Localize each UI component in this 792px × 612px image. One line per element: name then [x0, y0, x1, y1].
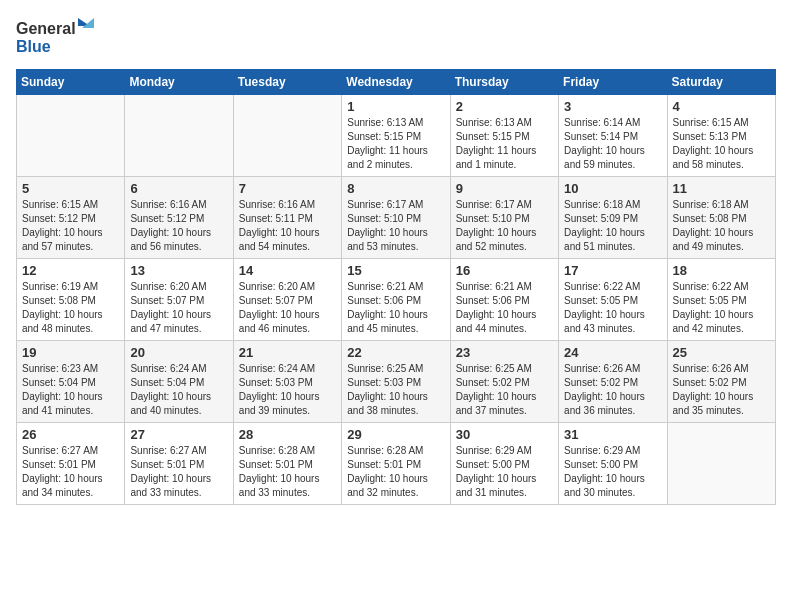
- calendar-day-8: 8Sunrise: 6:17 AM Sunset: 5:10 PM Daylig…: [342, 177, 450, 259]
- calendar-day-13: 13Sunrise: 6:20 AM Sunset: 5:07 PM Dayli…: [125, 259, 233, 341]
- logo: GeneralBlue: [16, 16, 96, 61]
- svg-text:Blue: Blue: [16, 38, 51, 55]
- calendar-day-18: 18Sunrise: 6:22 AM Sunset: 5:05 PM Dayli…: [667, 259, 775, 341]
- calendar-day-4: 4Sunrise: 6:15 AM Sunset: 5:13 PM Daylig…: [667, 95, 775, 177]
- day-info-30: Sunrise: 6:29 AM Sunset: 5:00 PM Dayligh…: [456, 444, 553, 500]
- day-info-29: Sunrise: 6:28 AM Sunset: 5:01 PM Dayligh…: [347, 444, 444, 500]
- day-info-23: Sunrise: 6:25 AM Sunset: 5:02 PM Dayligh…: [456, 362, 553, 418]
- day-number-23: 23: [456, 345, 553, 360]
- day-info-14: Sunrise: 6:20 AM Sunset: 5:07 PM Dayligh…: [239, 280, 336, 336]
- day-number-17: 17: [564, 263, 661, 278]
- day-info-27: Sunrise: 6:27 AM Sunset: 5:01 PM Dayligh…: [130, 444, 227, 500]
- empty-day-cell: [667, 423, 775, 505]
- calendar-day-31: 31Sunrise: 6:29 AM Sunset: 5:00 PM Dayli…: [559, 423, 667, 505]
- day-number-7: 7: [239, 181, 336, 196]
- day-info-3: Sunrise: 6:14 AM Sunset: 5:14 PM Dayligh…: [564, 116, 661, 172]
- calendar-day-22: 22Sunrise: 6:25 AM Sunset: 5:03 PM Dayli…: [342, 341, 450, 423]
- day-info-18: Sunrise: 6:22 AM Sunset: 5:05 PM Dayligh…: [673, 280, 770, 336]
- day-number-1: 1: [347, 99, 444, 114]
- day-number-9: 9: [456, 181, 553, 196]
- calendar-day-15: 15Sunrise: 6:21 AM Sunset: 5:06 PM Dayli…: [342, 259, 450, 341]
- day-number-22: 22: [347, 345, 444, 360]
- calendar-day-27: 27Sunrise: 6:27 AM Sunset: 5:01 PM Dayli…: [125, 423, 233, 505]
- calendar-day-28: 28Sunrise: 6:28 AM Sunset: 5:01 PM Dayli…: [233, 423, 341, 505]
- day-info-16: Sunrise: 6:21 AM Sunset: 5:06 PM Dayligh…: [456, 280, 553, 336]
- empty-day-cell: [17, 95, 125, 177]
- day-number-6: 6: [130, 181, 227, 196]
- calendar-day-23: 23Sunrise: 6:25 AM Sunset: 5:02 PM Dayli…: [450, 341, 558, 423]
- calendar-day-1: 1Sunrise: 6:13 AM Sunset: 5:15 PM Daylig…: [342, 95, 450, 177]
- day-info-21: Sunrise: 6:24 AM Sunset: 5:03 PM Dayligh…: [239, 362, 336, 418]
- calendar-day-29: 29Sunrise: 6:28 AM Sunset: 5:01 PM Dayli…: [342, 423, 450, 505]
- day-info-17: Sunrise: 6:22 AM Sunset: 5:05 PM Dayligh…: [564, 280, 661, 336]
- empty-day-cell: [125, 95, 233, 177]
- calendar-day-14: 14Sunrise: 6:20 AM Sunset: 5:07 PM Dayli…: [233, 259, 341, 341]
- day-number-10: 10: [564, 181, 661, 196]
- day-info-22: Sunrise: 6:25 AM Sunset: 5:03 PM Dayligh…: [347, 362, 444, 418]
- day-info-7: Sunrise: 6:16 AM Sunset: 5:11 PM Dayligh…: [239, 198, 336, 254]
- day-number-27: 27: [130, 427, 227, 442]
- calendar-day-3: 3Sunrise: 6:14 AM Sunset: 5:14 PM Daylig…: [559, 95, 667, 177]
- calendar-day-9: 9Sunrise: 6:17 AM Sunset: 5:10 PM Daylig…: [450, 177, 558, 259]
- header-day-wednesday: Wednesday: [342, 70, 450, 95]
- days-header-row: SundayMondayTuesdayWednesdayThursdayFrid…: [17, 70, 776, 95]
- calendar-day-21: 21Sunrise: 6:24 AM Sunset: 5:03 PM Dayli…: [233, 341, 341, 423]
- generalblue-logo-svg: GeneralBlue: [16, 16, 96, 61]
- day-number-14: 14: [239, 263, 336, 278]
- day-number-28: 28: [239, 427, 336, 442]
- day-info-13: Sunrise: 6:20 AM Sunset: 5:07 PM Dayligh…: [130, 280, 227, 336]
- day-number-25: 25: [673, 345, 770, 360]
- calendar-day-30: 30Sunrise: 6:29 AM Sunset: 5:00 PM Dayli…: [450, 423, 558, 505]
- page-header: GeneralBlue: [16, 16, 776, 61]
- header-day-monday: Monday: [125, 70, 233, 95]
- day-info-5: Sunrise: 6:15 AM Sunset: 5:12 PM Dayligh…: [22, 198, 119, 254]
- day-number-3: 3: [564, 99, 661, 114]
- calendar-day-11: 11Sunrise: 6:18 AM Sunset: 5:08 PM Dayli…: [667, 177, 775, 259]
- calendar-table: SundayMondayTuesdayWednesdayThursdayFrid…: [16, 69, 776, 505]
- calendar-week-1: 1Sunrise: 6:13 AM Sunset: 5:15 PM Daylig…: [17, 95, 776, 177]
- day-info-8: Sunrise: 6:17 AM Sunset: 5:10 PM Dayligh…: [347, 198, 444, 254]
- day-number-15: 15: [347, 263, 444, 278]
- day-info-25: Sunrise: 6:26 AM Sunset: 5:02 PM Dayligh…: [673, 362, 770, 418]
- day-info-31: Sunrise: 6:29 AM Sunset: 5:00 PM Dayligh…: [564, 444, 661, 500]
- day-number-26: 26: [22, 427, 119, 442]
- day-info-28: Sunrise: 6:28 AM Sunset: 5:01 PM Dayligh…: [239, 444, 336, 500]
- day-number-4: 4: [673, 99, 770, 114]
- day-number-19: 19: [22, 345, 119, 360]
- day-info-10: Sunrise: 6:18 AM Sunset: 5:09 PM Dayligh…: [564, 198, 661, 254]
- calendar-day-17: 17Sunrise: 6:22 AM Sunset: 5:05 PM Dayli…: [559, 259, 667, 341]
- calendar-day-7: 7Sunrise: 6:16 AM Sunset: 5:11 PM Daylig…: [233, 177, 341, 259]
- calendar-day-5: 5Sunrise: 6:15 AM Sunset: 5:12 PM Daylig…: [17, 177, 125, 259]
- header-day-sunday: Sunday: [17, 70, 125, 95]
- day-info-4: Sunrise: 6:15 AM Sunset: 5:13 PM Dayligh…: [673, 116, 770, 172]
- day-number-31: 31: [564, 427, 661, 442]
- day-number-13: 13: [130, 263, 227, 278]
- day-number-16: 16: [456, 263, 553, 278]
- day-number-20: 20: [130, 345, 227, 360]
- calendar-day-26: 26Sunrise: 6:27 AM Sunset: 5:01 PM Dayli…: [17, 423, 125, 505]
- calendar-day-6: 6Sunrise: 6:16 AM Sunset: 5:12 PM Daylig…: [125, 177, 233, 259]
- day-number-11: 11: [673, 181, 770, 196]
- day-info-2: Sunrise: 6:13 AM Sunset: 5:15 PM Dayligh…: [456, 116, 553, 172]
- calendar-week-3: 12Sunrise: 6:19 AM Sunset: 5:08 PM Dayli…: [17, 259, 776, 341]
- day-number-18: 18: [673, 263, 770, 278]
- day-number-8: 8: [347, 181, 444, 196]
- day-info-15: Sunrise: 6:21 AM Sunset: 5:06 PM Dayligh…: [347, 280, 444, 336]
- calendar-day-12: 12Sunrise: 6:19 AM Sunset: 5:08 PM Dayli…: [17, 259, 125, 341]
- day-info-19: Sunrise: 6:23 AM Sunset: 5:04 PM Dayligh…: [22, 362, 119, 418]
- calendar-week-4: 19Sunrise: 6:23 AM Sunset: 5:04 PM Dayli…: [17, 341, 776, 423]
- day-number-21: 21: [239, 345, 336, 360]
- calendar-week-2: 5Sunrise: 6:15 AM Sunset: 5:12 PM Daylig…: [17, 177, 776, 259]
- day-info-24: Sunrise: 6:26 AM Sunset: 5:02 PM Dayligh…: [564, 362, 661, 418]
- empty-day-cell: [233, 95, 341, 177]
- day-info-26: Sunrise: 6:27 AM Sunset: 5:01 PM Dayligh…: [22, 444, 119, 500]
- calendar-day-20: 20Sunrise: 6:24 AM Sunset: 5:04 PM Dayli…: [125, 341, 233, 423]
- day-info-6: Sunrise: 6:16 AM Sunset: 5:12 PM Dayligh…: [130, 198, 227, 254]
- svg-text:General: General: [16, 20, 76, 37]
- day-number-12: 12: [22, 263, 119, 278]
- day-info-12: Sunrise: 6:19 AM Sunset: 5:08 PM Dayligh…: [22, 280, 119, 336]
- day-number-2: 2: [456, 99, 553, 114]
- header-day-thursday: Thursday: [450, 70, 558, 95]
- day-info-9: Sunrise: 6:17 AM Sunset: 5:10 PM Dayligh…: [456, 198, 553, 254]
- header-day-tuesday: Tuesday: [233, 70, 341, 95]
